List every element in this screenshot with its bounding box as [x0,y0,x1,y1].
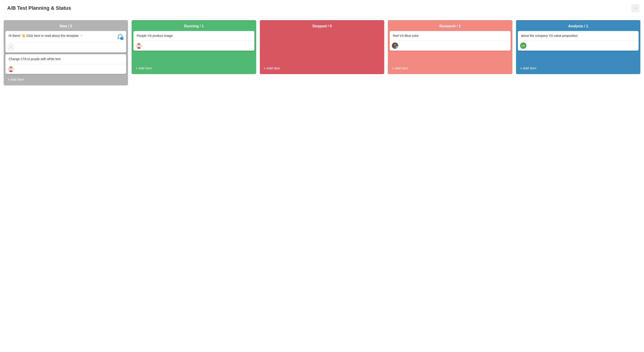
column-analysis: Analysis / 1about the company VS value p… [516,20,640,74]
cards-list: Red VS Blue color [390,31,510,63]
card[interactable]: Hi there! 👋 Click here to read about thi… [6,31,126,52]
column-header[interactable]: New / 2 [6,22,126,31]
assignee-avatar[interactable] [136,42,142,49]
board-title: A/B Test Planning & Status [7,5,71,11]
assignee-avatar[interactable]: LS [520,42,526,49]
column-header[interactable]: Stopped / 0 [262,22,382,31]
card-footer [390,41,510,51]
column-new: New / 2Hi there! 👋 Click here to read ab… [4,20,128,85]
svg-point-1 [635,8,636,8]
svg-point-3 [10,46,12,47]
more-horizontal-icon [633,6,638,10]
assignee-avatar[interactable] [8,44,14,51]
avatar-status-badge [396,46,398,49]
card[interactable]: Change CTA to purple with white text [6,54,126,74]
card[interactable]: People VS product image [134,31,254,51]
card[interactable]: Red VS Blue color [390,31,510,51]
svg-point-5 [10,67,12,70]
card-title: People VS product image [136,34,251,38]
svg-point-0 [634,8,634,8]
card-footer [6,64,126,74]
assignee-avatar[interactable] [392,42,398,49]
card-footer [6,42,126,52]
avatar-initials: LS [522,44,525,47]
card-body: about the company VS value proposition [518,31,638,41]
card-title: about the company VS value proposition [521,34,636,38]
card-title: Red VS Blue color [393,34,507,38]
svg-point-2 [636,8,637,8]
add-item-button[interactable]: + Add Item [390,63,510,72]
card-body: People VS product image [134,31,254,41]
column-running: Running / 1People VS product image+ Add … [132,20,256,74]
cards-list: about the company VS value propositionLS [518,31,638,63]
column-header[interactable]: Analysis / 1 [518,22,638,31]
column-research: Research / 1Red VS Blue color+ Add Item [388,20,512,74]
card-body: Red VS Blue color [390,31,510,41]
svg-point-7 [138,44,140,46]
card[interactable]: about the company VS value propositionLS [518,31,638,51]
cards-list [262,31,382,63]
assignee-avatar[interactable] [8,66,14,72]
card-footer [134,41,254,51]
add-item-button[interactable]: + Add Item [518,63,638,72]
cards-list: Hi there! 👋 Click here to read about thi… [6,31,126,74]
add-item-button[interactable]: + Add Item [134,63,254,72]
column-header[interactable]: Research / 1 [390,22,510,31]
board-header: A/B Test Planning & Status [0,0,644,16]
more-options-button[interactable] [631,4,640,12]
svg-point-9 [394,44,396,46]
card-title: Hi there! 👋 Click here to read about thi… [8,34,115,38]
kanban-board: New / 2Hi there! 👋 Click here to read ab… [0,16,644,89]
add-item-button[interactable]: + Add Item [262,63,382,72]
comment-icon[interactable]: 1 [117,34,123,39]
column-header[interactable]: Running / 1 [134,22,254,31]
card-body: Change CTA to purple with white text [6,54,126,64]
card-title: Change CTA to purple with white text [8,57,123,61]
add-item-button[interactable]: + Add Item [6,74,126,84]
cards-list: People VS product image [134,31,254,63]
column-stopped: Stopped / 0+ Add Item [260,20,384,74]
card-body: Hi there! 👋 Click here to read about thi… [6,31,126,42]
card-footer: LS [518,41,638,51]
